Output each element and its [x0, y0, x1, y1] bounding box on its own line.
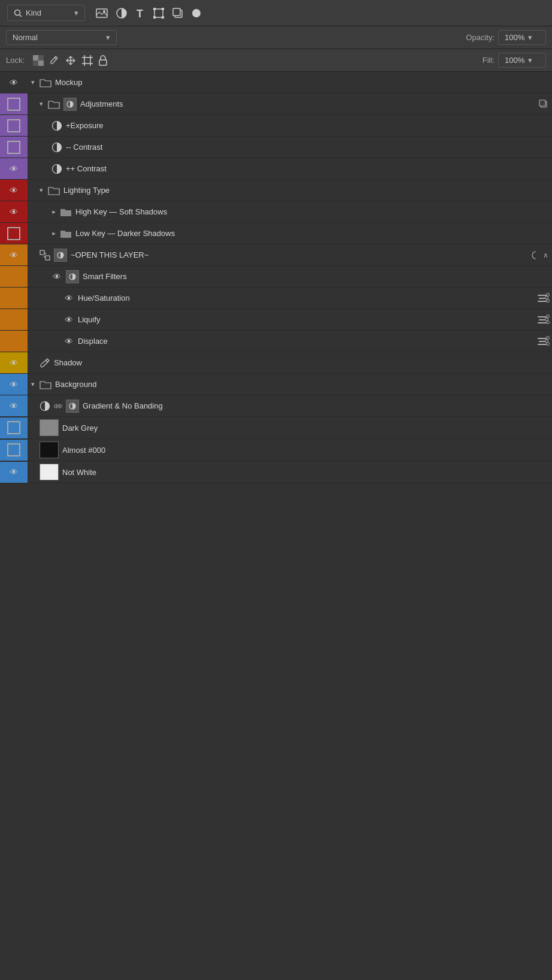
fill-label: Fill: [483, 56, 495, 65]
content-hue-sat: 👁 Hue/Saturation [28, 288, 552, 309]
lock-transparent-icon[interactable] [33, 55, 44, 66]
layer-hue-sat[interactable]: 👁 Hue/Saturation [0, 288, 552, 309]
layer-open-this[interactable]: 👁 ~OPEN THIS LAYER~ ∧ [0, 244, 552, 266]
fill-dropdown[interactable]: 100% ▾ [498, 53, 546, 68]
layer-adjustments[interactable]: ▾ Adjustments [0, 93, 552, 115]
text-icon[interactable]: T [135, 8, 145, 19]
image-icon[interactable] [96, 8, 108, 18]
swatch-hue-sat [0, 288, 28, 309]
content-not-white: Not White [28, 461, 552, 483]
hue-sat-right-icons [538, 295, 548, 302]
lock-all-icon[interactable] [99, 55, 107, 66]
layer-name-liquify: Liquify [78, 315, 534, 324]
layer-name-hue-sat: Hue/Saturation [78, 294, 534, 303]
lock-icons [33, 55, 107, 66]
color-swatch-almost-000 [40, 441, 59, 458]
swatch-almost-000 [0, 440, 28, 461]
layer-contrast-pos[interactable]: 👁 ++ Contrast [0, 158, 552, 180]
layer-dark-grey[interactable]: Dark Grey [0, 417, 552, 439]
layer-gradient-banding[interactable]: 👁 Gradient & No Banding [0, 395, 552, 417]
lock-brush-icon[interactable] [50, 55, 59, 66]
visibility-not-white[interactable]: 👁 [8, 467, 19, 477]
svg-rect-10 [162, 16, 164, 19]
adjustment-icon-gradient [40, 401, 50, 412]
content-shadow: Shadow [28, 352, 552, 374]
opacity-label: Opacity: [466, 33, 495, 42]
svg-rect-14 [33, 55, 38, 61]
swatch-adjustments [0, 93, 28, 115]
layer-shadow[interactable]: 👁 Shadow [0, 352, 552, 374]
visibility-smart-filters[interactable]: 👁 [51, 272, 62, 282]
gradient-thumb [66, 400, 79, 413]
swatch-open-this: 👁 [0, 244, 28, 266]
svg-rect-8 [162, 8, 164, 10]
content-lighting-type: ▾ Lighting Type [28, 180, 552, 201]
halftone-icon[interactable] [116, 8, 127, 19]
layer-mockup[interactable]: 👁 ▾ Mockup [0, 72, 552, 93]
thumb-contrast-neg [7, 141, 20, 154]
thumb-low-key [7, 227, 20, 240]
circle-solid-icon[interactable] [192, 8, 201, 18]
layer-lighting-type[interactable]: 👁 ▾ Lighting Type [0, 180, 552, 201]
visibility-contrast-pos[interactable]: 👁 [8, 164, 19, 174]
layer-liquify[interactable]: 👁 Liquify [0, 309, 552, 331]
content-adjustments: ▾ Adjustments [28, 93, 552, 115]
content-gradient-banding: Gradient & No Banding [28, 395, 552, 417]
svg-point-13 [192, 9, 201, 17]
layer-name-smart-filters: Smart Filters [83, 272, 548, 281]
layer-name-contrast-neg: -- Contrast [66, 143, 548, 152]
replace-icon [40, 250, 50, 261]
transform-icon[interactable] [153, 8, 164, 19]
filter-icon-hue-sat [538, 295, 548, 302]
open-this-right-icons: ∧ [530, 250, 548, 260]
copy-badge-icon [539, 99, 548, 109]
lock-label: Lock: [6, 56, 25, 65]
layer-not-white[interactable]: 👁 Not White [0, 461, 552, 483]
visibility-shadow[interactable]: 👁 [8, 358, 19, 368]
svg-rect-16 [38, 55, 44, 61]
layer-high-key[interactable]: 👁 ▾ High Key — Soft Shadows [0, 201, 552, 223]
layer-contrast-neg[interactable]: -- Contrast [0, 137, 552, 158]
lock-artboard-icon[interactable] [82, 55, 93, 66]
folder-icon-lighting-type [48, 185, 60, 196]
folder-icon-mockup [40, 77, 51, 88]
swatch-lighting-type: 👁 [0, 180, 28, 201]
visibility-gradient-banding[interactable]: 👁 [8, 401, 19, 411]
kind-dropdown[interactable]: Kind ▾ [7, 5, 85, 21]
visibility-background[interactable]: 👁 [8, 380, 19, 389]
chevron-background: ▾ [31, 380, 35, 388]
layer-low-key[interactable]: ▾ Low Key — Darker Shadows [0, 223, 552, 244]
svg-rect-6 [154, 9, 163, 17]
folder-icon-low-key [60, 228, 72, 239]
layer-name-lighting-type: Lighting Type [63, 186, 548, 195]
thumb-dark-grey [7, 421, 20, 434]
visibility-liquify[interactable]: 👁 [63, 315, 74, 325]
blend-mode-dropdown[interactable]: Normal ▾ [6, 30, 117, 45]
layer-background[interactable]: 👁 ▾ Background [0, 374, 552, 395]
visibility-displace[interactable]: 👁 [63, 337, 74, 346]
content-mockup: ▾ Mockup [28, 72, 552, 93]
layer-name-exposure: +Exposure [66, 121, 548, 130]
swatch-high-key: 👁 [0, 201, 28, 223]
smart-thumb-adjustments [63, 98, 77, 111]
visibility-hue-sat[interactable]: 👁 [63, 294, 74, 303]
layer-displace[interactable]: 👁 Displace [0, 331, 552, 352]
layer-name-contrast-pos: ++ Contrast [66, 164, 548, 173]
lock-move-icon[interactable] [65, 55, 76, 66]
copy-icon[interactable] [172, 8, 183, 19]
toolbar: Kind ▾ T [0, 0, 552, 26]
visibility-high-key[interactable]: 👁 [8, 207, 19, 217]
adjustments-right-icons [539, 99, 548, 109]
layer-exposure[interactable]: +Exposure [0, 115, 552, 137]
visibility-open-this[interactable]: 👁 [8, 250, 19, 260]
thumb-adjustments [7, 98, 20, 111]
opacity-dropdown[interactable]: 100% ▾ [498, 30, 546, 45]
visibility-mockup[interactable]: 👁 [8, 78, 19, 87]
opacity-group: Opacity: 100% ▾ [466, 30, 546, 45]
visibility-lighting-type[interactable]: 👁 [8, 186, 19, 195]
svg-rect-12 [173, 8, 180, 16]
layer-smart-filters[interactable]: 👁 Smart Filters [0, 266, 552, 288]
layer-name-low-key: Low Key — Darker Shadows [75, 229, 548, 238]
layer-almost-000[interactable]: Almost #000 [0, 439, 552, 461]
swatch-dark-grey [0, 418, 28, 439]
